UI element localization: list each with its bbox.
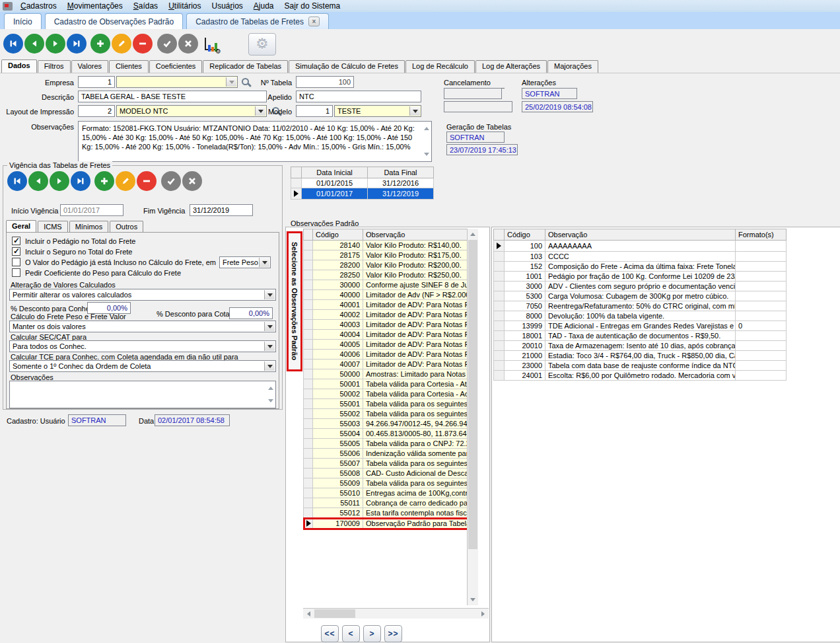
vertical-scrollbar[interactable] (467, 229, 478, 605)
obs-codigo-cell[interactable]: 8000 (505, 311, 545, 321)
vigencia-subtab[interactable]: Geral (6, 220, 36, 233)
vig-cancel-button[interactable] (182, 171, 202, 191)
obs-codigo-cell[interactable]: 55010 (313, 488, 363, 498)
obs-left-row[interactable]: 28250 Valor Kilo Produto: R$250,00. (304, 270, 477, 280)
obs-codigo-cell[interactable]: 40004 (313, 330, 363, 340)
data-inicial-header[interactable]: Data Inicial (302, 167, 368, 178)
observacoes-field[interactable]: Formato: 152081-FKG.TON Usuário: MTZANTO… (78, 121, 432, 162)
tce-combo[interactable]: Somente o 1º Conhec da Ordem de Coleta (9, 360, 276, 372)
pedagio-incluso-combo[interactable]: Frete Peso (219, 256, 271, 268)
menu-item[interactable]: Movimentações (62, 1, 128, 11)
obs-codigo-cell[interactable]: 20010 (505, 341, 545, 351)
chevron-down-icon[interactable] (264, 322, 275, 331)
pagination-button[interactable]: < (342, 625, 360, 642)
obs-text-cell[interactable]: Tabela válida para o CNPJ: 72.226.251/0 (363, 439, 477, 449)
obs-codigo-cell[interactable]: 18001 (505, 331, 545, 341)
chart-report-button[interactable]: ⚙ (203, 36, 221, 54)
vig-edit-button[interactable] (116, 171, 135, 191)
obs-text-cell[interactable]: Estadia: Toco 3/4 - R$764,00 dia, Truck … (545, 351, 736, 361)
vigencia-subtab[interactable]: Mínimos (69, 221, 109, 233)
vig-first-record-button[interactable] (7, 171, 27, 191)
obs-formato-cell[interactable] (736, 272, 787, 282)
seccat-combo[interactable]: Para todos os Conhec. (9, 340, 276, 352)
obs-text-cell[interactable]: Limitador de ADV: Para Notas Fiscais At (363, 340, 477, 350)
obs-text-cell[interactable]: Valor Kilo Produto: R$200,00. (363, 260, 477, 270)
obs-right-row[interactable]: 100 AAAAAAAAA (494, 241, 787, 252)
obs-text-cell[interactable]: Amostras: Limitado para Notas Fiscais at (363, 369, 477, 379)
scroll-down-button[interactable] (468, 595, 478, 605)
obs-left-row[interactable]: 55008 CAD- Custo Adicional de Descarga (… (304, 469, 477, 478)
checkbox[interactable] (12, 237, 20, 245)
obs-codigo-cell[interactable]: 50001 (313, 379, 363, 389)
scroll-up-icon[interactable] (424, 124, 429, 130)
obs-formato-cell[interactable] (736, 301, 787, 311)
obs-text-cell[interactable]: 94.266.947/0012-45, 94.266.947/0007-8 (363, 419, 477, 429)
obs-left-row[interactable]: 40003 Limitador de ADV: Para Notas Fisca… (304, 320, 477, 330)
obs-formato-cell[interactable] (736, 311, 787, 321)
chevron-down-icon[interactable] (264, 342, 275, 351)
obs-codigo-cell[interactable]: 55008 (313, 469, 363, 478)
chevron-down-icon[interactable] (226, 77, 236, 87)
edit-button[interactable] (112, 34, 131, 54)
obs-text-cell[interactable]: Tabela válida para Cortesia - Até 20Kg: … (363, 379, 477, 389)
obs-text-cell[interactable]: Devolução: 100% da tabela vigente. (545, 311, 736, 321)
obs-codigo-cell[interactable]: 21000 (505, 351, 545, 361)
page-tab[interactable]: Majorações (547, 60, 598, 73)
menu-item[interactable]: Saídas (128, 1, 163, 11)
obs-codigo-cell[interactable]: 152 (505, 262, 545, 272)
menu-item[interactable]: Sair do Sistema (279, 1, 346, 11)
obs-left-row[interactable]: 55007 Tabela válida para os seguintes CN… (304, 459, 477, 469)
page-tab[interactable]: Simulação de Cálculo de Fretes (289, 60, 405, 73)
obs-right-row[interactable]: 24001 Escolta: R$6,00 por Quilômetro rod… (494, 371, 787, 381)
obs-text-cell[interactable]: Observação Padrão para Tabela de Frete (363, 518, 477, 529)
obs-codigo-cell[interactable]: 40000 (313, 290, 363, 300)
obs-codigo-cell[interactable]: 5300 (505, 291, 545, 301)
obs-left-row[interactable]: 55010 Entregas acima de 100Kg,contrataçã… (304, 488, 477, 498)
obs-formato-cell[interactable] (736, 361, 787, 371)
descricao-field[interactable]: TABELA GERAL - BASE TESTE (78, 91, 267, 102)
obs-text-cell[interactable]: Limitador de ADV: Para Notas Fiscais At (363, 350, 477, 359)
obs-text-cell[interactable]: 00.465.813/0005-80, 11.873.644/0001-0 (363, 429, 477, 439)
obs-text-cell[interactable]: Escolta: R$6,00 por Quilômetro rodado. M… (545, 371, 736, 381)
obs-text-cell[interactable]: ADV - Clientes com seguro próprio e docu… (545, 282, 736, 291)
obs-left-row[interactable]: 55003 94.266.947/0012-45, 94.266.947/000… (304, 419, 477, 429)
ntabela-field[interactable]: 100 (296, 76, 354, 88)
obs-left-row[interactable]: 28175 Valor Kilo Produto: R$175,00. (304, 250, 477, 260)
obs-formato-cell[interactable] (736, 241, 787, 252)
page-tab[interactable]: Dados (1, 59, 37, 73)
obs-codigo-cell[interactable]: 55005 (313, 439, 363, 449)
mdi-tab[interactable]: Cadastro de Tabelas de Fretes × (186, 13, 329, 29)
mdi-tab[interactable]: Cadastro de Observações Padrão × (45, 13, 183, 29)
obs-codigo-cell[interactable]: 28250 (313, 270, 363, 280)
obs-left-row[interactable]: 55002 Tabela válida para os seguintes CN… (304, 409, 477, 419)
obs-text-cell[interactable]: Tabela válida para os seguintes CNPJ do (363, 399, 477, 409)
obs-right-row[interactable]: 1001 Pedágio por fração de 100 Kg. Confo… (494, 272, 787, 282)
pagination-button[interactable]: << (321, 625, 339, 642)
obs-codigo-cell[interactable]: 30000 (313, 280, 363, 290)
desconto-cotacao-field[interactable]: 0,00% (229, 307, 273, 319)
obs-left-row[interactable]: 40006 Limitador de ADV: Para Notas Fisca… (304, 350, 477, 359)
apelido-field[interactable]: NTC (296, 91, 421, 102)
vigencia-subtab[interactable]: Outros (110, 221, 143, 233)
date-inicial-cell[interactable]: 01/01/2017 (302, 188, 368, 200)
obs-text-cell[interactable]: Indenização válida somente para roubo, (363, 449, 477, 459)
obs-text-cell[interactable]: Tabela válida para os seguintes CNPJ do (363, 459, 477, 469)
page-tab[interactable]: Log de Alterações (475, 60, 547, 73)
obs-formato-cell[interactable] (736, 371, 787, 381)
menu-item[interactable]: Cadastros (15, 1, 62, 11)
obs-left-row[interactable]: 55011 Cobrança de carro dedicado para De… (304, 498, 477, 508)
layout-number-field[interactable]: 2 (78, 105, 115, 117)
last-record-button[interactable] (67, 34, 87, 54)
obs-right-row[interactable]: 103 CCCC (494, 252, 787, 262)
vig-previous-record-button[interactable] (28, 171, 48, 191)
menu-item[interactable]: Usuários (206, 1, 248, 11)
vigencia-subtab[interactable]: ICMS (38, 221, 68, 233)
obs-codigo-cell[interactable]: 40007 (313, 359, 363, 369)
obs-codigo-cell[interactable]: 1001 (505, 272, 545, 282)
page-tab[interactable]: Clientes (109, 60, 149, 73)
obs-codigo-cell[interactable]: 3000 (505, 282, 545, 291)
date-inicial-cell[interactable]: 01/01/2015 (302, 178, 368, 188)
scrollbar-thumb[interactable] (468, 240, 477, 549)
close-icon[interactable]: × (308, 17, 320, 26)
obs-text-cell[interactable]: Conforme ajuste SINEF 8 de Julho/2010, (363, 280, 477, 290)
